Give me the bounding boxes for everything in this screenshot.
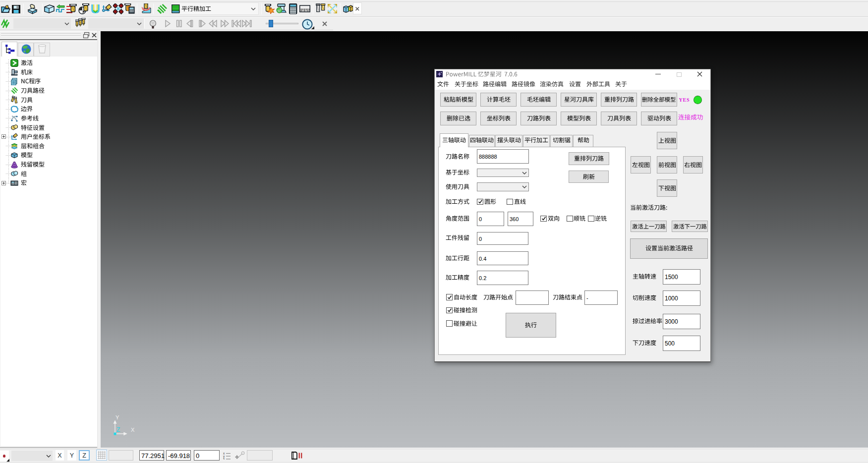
svg-text:Y: Y xyxy=(116,414,119,420)
svg-text:z: z xyxy=(223,458,225,460)
svg-text:Z: Z xyxy=(116,426,120,433)
svg-text:X: X xyxy=(131,427,135,433)
